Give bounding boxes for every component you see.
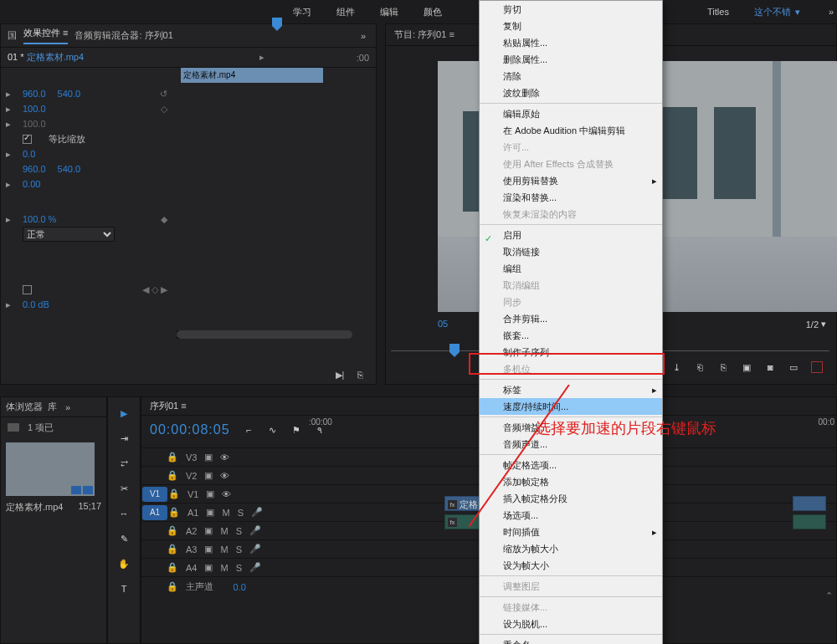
uniform-scale-checkbox[interactable]	[23, 135, 32, 144]
track-label-v3[interactable]: V3	[186, 452, 197, 463]
mi-audio-channels[interactable]: 音频声道...	[480, 436, 662, 452]
mi-subseq[interactable]: 制作子序列	[480, 344, 662, 360]
tab-custom[interactable]: 这个不错 ▾	[754, 6, 800, 18]
keyframe-marker-icon[interactable]	[272, 18, 282, 31]
position-x[interactable]: 960.0	[23, 89, 46, 99]
mi-scale-to-frame[interactable]: 缩放为帧大小	[480, 540, 662, 557]
slip-tool-icon[interactable]: ↔	[115, 506, 133, 521]
mi-clip-replace[interactable]: 使用剪辑替换▸	[480, 172, 662, 189]
mi-paste-attr[interactable]: 粘贴属性...	[480, 34, 662, 51]
mi-set-to-frame[interactable]: 设为帧大小	[480, 557, 662, 574]
toggle-output-icon[interactable]: ▣	[204, 470, 213, 481]
source-patch-a1[interactable]: A1	[142, 505, 167, 520]
track-label-a1[interactable]: A1	[187, 508, 198, 518]
position-y[interactable]: 540.0	[58, 89, 81, 99]
mi-render-replace[interactable]: 渲染和替换...	[480, 189, 662, 206]
master-level[interactable]: 0.0	[234, 582, 246, 592]
sequence-tab[interactable]: 序列01 ≡	[150, 400, 187, 412]
lock-icon[interactable]: 🔒	[168, 507, 180, 518]
eye-icon[interactable]: 👁	[222, 489, 231, 499]
anti-flicker[interactable]: 0.00	[23, 179, 40, 189]
mi-edit-audition[interactable]: 在 Adobe Audition 中编辑剪辑	[480, 122, 662, 139]
mi-cut[interactable]: 剪切	[480, 1, 662, 18]
toggle-output-icon[interactable]: ▣	[206, 507, 214, 518]
export-frame-icon[interactable]: ▣	[741, 362, 752, 373]
play-around-icon[interactable]: ▶|	[334, 370, 346, 381]
razor-tool-icon[interactable]: ✂	[115, 481, 133, 496]
anchor-x[interactable]: 960.0	[23, 164, 46, 174]
mi-unlink[interactable]: 取消链接	[480, 243, 662, 260]
track-label-a4[interactable]: A4	[186, 563, 197, 573]
source-clip-name[interactable]: 01 * 定格素材.mp4	[8, 51, 84, 64]
mi-speed-duration[interactable]: 速度/持续时间...	[480, 398, 662, 415]
extract-icon[interactable]: ⎘	[717, 362, 729, 372]
mi-ripple-delete[interactable]: 波纹删除	[480, 84, 662, 101]
toggle-output-icon[interactable]: ▣	[206, 488, 214, 499]
mi-del-attr[interactable]: 删除属性...	[480, 51, 662, 68]
mi-edit-original[interactable]: 编辑原始	[480, 105, 662, 122]
mi-field-options[interactable]: 场选项...	[480, 507, 662, 524]
mi-copy[interactable]: 复制	[480, 18, 662, 34]
track-label-v2[interactable]: V2	[186, 471, 197, 481]
folder-icon[interactable]	[8, 423, 19, 432]
video-clip-end[interactable]	[793, 496, 826, 511]
tab-color[interactable]: 颜色	[424, 6, 442, 18]
audio-level[interactable]: 0.0 dB	[23, 299, 49, 309]
tab-assemble[interactable]: 组件	[336, 6, 355, 18]
timeline-timecode[interactable]: 00:00:08:05	[150, 422, 230, 437]
marker-icon[interactable]: ⚑	[290, 425, 302, 436]
mi-time-interp[interactable]: 时间插值▸	[480, 524, 662, 540]
lock-icon[interactable]: 🔒	[167, 452, 178, 463]
mi-frame-hold-opts[interactable]: 帧定格选项...	[480, 457, 662, 473]
source-patch-v1[interactable]: V1	[142, 487, 167, 502]
opacity[interactable]: 100.0 %	[23, 214, 56, 224]
chevron-down-icon[interactable]: ▾	[793, 7, 800, 17]
anchor-y[interactable]: 540.0	[58, 164, 81, 174]
compare-icon[interactable]: ▭	[788, 362, 799, 373]
track-label-a2[interactable]: A2	[186, 526, 197, 536]
panel-menu-icon[interactable]: »	[357, 31, 369, 41]
overflow-icon[interactable]: »	[62, 402, 74, 412]
mi-add-frame-hold[interactable]: 添加帧定格	[480, 473, 662, 490]
audio-clip-end[interactable]	[793, 514, 826, 529]
loop-icon[interactable]: ⎘	[354, 370, 366, 380]
track-label-v1[interactable]: V1	[187, 489, 198, 499]
ripple-edit-tool-icon[interactable]: ⥂	[115, 456, 133, 471]
tab-effect-controls[interactable]: 效果控件 ≡	[23, 27, 68, 44]
eye-icon[interactable]: 👁	[220, 452, 229, 463]
tab-titles[interactable]: Titles	[707, 7, 729, 17]
toggle-output-icon[interactable]: ▣	[204, 452, 213, 463]
lock-icon[interactable]: 🔒	[168, 488, 180, 499]
audio-bypass-checkbox[interactable]	[23, 285, 32, 294]
lift-icon[interactable]: ⎗	[694, 362, 706, 372]
program-timecode[interactable]: 05	[438, 319, 448, 329]
selection-tool-icon[interactable]: ▶	[115, 406, 133, 421]
kf-icon[interactable]: ◇	[161, 104, 167, 115]
mi-nest[interactable]: 嵌套...	[480, 327, 662, 344]
camera-icon[interactable]: ◙	[764, 362, 776, 372]
tab-media-browser[interactable]: 体浏览器	[6, 401, 43, 413]
reset-icon[interactable]: ↺	[160, 89, 167, 100]
clip-thumbnail[interactable]	[6, 442, 95, 496]
lock-icon[interactable]: 🔒	[167, 470, 178, 481]
tab-source-home[interactable]: 国	[8, 29, 17, 42]
fx-timeline-clip[interactable]: 定格素材.mp4	[181, 68, 323, 83]
mi-clear[interactable]: 清除	[480, 68, 662, 84]
mi-label[interactable]: 标签▸	[480, 381, 662, 398]
track-select-tool-icon[interactable]: ⇥	[115, 431, 133, 446]
type-tool-icon[interactable]: T	[115, 581, 133, 596]
scale[interactable]: 100.0	[23, 104, 46, 114]
tab-learn[interactable]: 学习	[293, 6, 311, 18]
mi-merge[interactable]: 合并剪辑...	[480, 310, 662, 327]
mi-enable[interactable]: 启用	[480, 227, 662, 243]
mi-group[interactable]: 编组	[480, 260, 662, 277]
rotation[interactable]: 0.0	[23, 149, 35, 159]
pen-tool-icon[interactable]: ✎	[115, 531, 133, 546]
tab-library[interactable]: 库	[48, 401, 57, 413]
blend-mode-select[interactable]: 正常	[23, 227, 115, 242]
mi-insert-frame-hold[interactable]: 插入帧定格分段	[480, 490, 662, 507]
overflow-icon[interactable]: »	[825, 7, 837, 17]
clip-name[interactable]: 定格素材.mp4	[6, 501, 63, 514]
linked-selection-icon[interactable]: ∿	[267, 425, 279, 436]
program-tab[interactable]: 节目: 序列01 ≡	[394, 28, 454, 41]
